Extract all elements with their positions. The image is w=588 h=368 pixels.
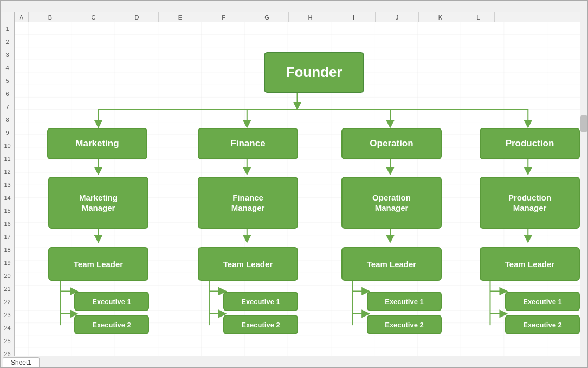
- col-header-i[interactable]: I: [332, 12, 376, 22]
- row-header-11: 11: [1, 152, 14, 165]
- row-header-9: 9: [1, 126, 14, 139]
- vertical-scrollbar[interactable]: [580, 12, 587, 356]
- sheet-tab-1[interactable]: Sheet1: [3, 357, 40, 367]
- row-header-23: 23: [1, 308, 14, 321]
- col-header-f[interactable]: F: [202, 12, 245, 22]
- row-header-19: 19: [1, 256, 14, 269]
- exec2-col4-node[interactable]: Executive 2: [505, 315, 580, 334]
- col-header-b[interactable]: B: [29, 12, 72, 22]
- production-manager-node[interactable]: Production Manager: [480, 177, 580, 229]
- spreadsheet: 1 2 3 4 5 6 7 8 9 10 11 12 13 14 15 16 1…: [0, 0, 588, 368]
- exec1-col1-node[interactable]: Executive 1: [74, 292, 149, 311]
- col-and-grid: A B C D E F G H I J K L: [15, 12, 580, 356]
- team-leader-1-node[interactable]: Team Leader: [48, 247, 148, 281]
- operation-node[interactable]: Operation: [341, 128, 442, 159]
- exec2-col3-node[interactable]: Executive 2: [367, 315, 442, 334]
- exec1-col4-node[interactable]: Executive 1: [505, 292, 580, 311]
- row-header-16: 16: [1, 217, 14, 230]
- row-header-25: 25: [1, 334, 14, 347]
- exec2-col2-node[interactable]: Executive 2: [223, 315, 298, 334]
- row-headers: 1 2 3 4 5 6 7 8 9 10 11 12 13 14 15 16 1…: [1, 12, 15, 356]
- col-header-k[interactable]: K: [419, 12, 462, 22]
- row-header-1: 1: [1, 22, 14, 35]
- tab-bar: Sheet1: [1, 356, 587, 367]
- grid-content: Founder Marketing Finance Operation Prod…: [15, 22, 580, 356]
- formula-bar: [1, 1, 587, 12]
- exec1-col2-node[interactable]: Executive 1: [223, 292, 298, 311]
- row-header-4: 4: [1, 61, 14, 74]
- row-header-10: 10: [1, 139, 14, 152]
- exec1-col3-node[interactable]: Executive 1: [367, 292, 442, 311]
- row-header-2: 2: [1, 35, 14, 48]
- team-leader-3-node[interactable]: Team Leader: [341, 247, 442, 281]
- row-header-5: 5: [1, 74, 14, 87]
- scrollbar-thumb[interactable]: [580, 115, 587, 132]
- team-leader-2-node[interactable]: Team Leader: [198, 247, 298, 281]
- exec2-col1-node[interactable]: Executive 2: [74, 315, 149, 334]
- row-header-26: 26: [1, 347, 14, 356]
- row-header-3: 3: [1, 48, 14, 61]
- col-header-h[interactable]: H: [289, 12, 332, 22]
- row-header-6: 6: [1, 87, 14, 100]
- col-header-c[interactable]: C: [72, 12, 115, 22]
- row-header-8: 8: [1, 113, 14, 126]
- finance-manager-node[interactable]: Finance Manager: [198, 177, 298, 229]
- marketing-node[interactable]: Marketing: [47, 128, 147, 159]
- sheet-area: 1 2 3 4 5 6 7 8 9 10 11 12 13 14 15 16 1…: [1, 12, 587, 356]
- row-header-21: 21: [1, 282, 14, 295]
- col-headers: A B C D E F G H I J K L: [15, 12, 580, 22]
- row-header-20: 20: [1, 269, 14, 282]
- row-header-15: 15: [1, 204, 14, 217]
- row-header-13: 13: [1, 178, 14, 191]
- corner-cell: [1, 12, 14, 22]
- row-header-14: 14: [1, 191, 14, 204]
- finance-node[interactable]: Finance: [198, 128, 298, 159]
- row-header-22: 22: [1, 295, 14, 308]
- operation-manager-node[interactable]: Operation Manager: [341, 177, 442, 229]
- founder-node[interactable]: Founder: [264, 52, 364, 93]
- col-header-e[interactable]: E: [159, 12, 202, 22]
- marketing-manager-node[interactable]: Marketing Manager: [48, 177, 148, 229]
- row-header-24: 24: [1, 321, 14, 334]
- row-header-18: 18: [1, 243, 14, 256]
- team-leader-4-node[interactable]: Team Leader: [480, 247, 580, 281]
- row-header-7: 7: [1, 100, 14, 113]
- col-header-d[interactable]: D: [115, 12, 159, 22]
- row-header-12: 12: [1, 165, 14, 178]
- col-header-g[interactable]: G: [245, 12, 289, 22]
- row-header-17: 17: [1, 230, 14, 243]
- col-header-a[interactable]: A: [15, 12, 29, 22]
- production-node[interactable]: Production: [480, 128, 580, 159]
- col-header-l[interactable]: L: [462, 12, 495, 22]
- col-header-j[interactable]: J: [376, 12, 419, 22]
